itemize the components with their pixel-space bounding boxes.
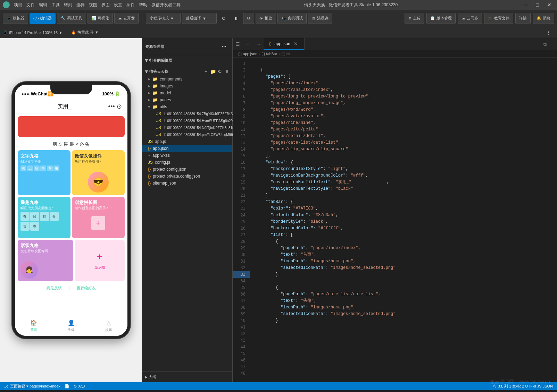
menu-help[interactable]: 帮助 bbox=[139, 2, 147, 8]
code-content[interactable]: { "pages": [ "pages/index/index", "pages… bbox=[250, 58, 557, 382]
folder-utils[interactable]: ▶ 📁 utils bbox=[142, 103, 232, 110]
breadcrumb-sep2: › bbox=[279, 52, 280, 56]
real-dev-btn[interactable]: 📲 真机调试 bbox=[277, 13, 307, 24]
maximize-btn[interactable]: □ bbox=[533, 2, 542, 8]
menu-edit[interactable]: 编辑 bbox=[39, 2, 47, 8]
tab-close-btn[interactable]: ✕ bbox=[293, 41, 299, 46]
split-editor-icon[interactable]: ⧉ bbox=[543, 41, 547, 47]
file-appjson[interactable]: {} app.json bbox=[142, 145, 232, 152]
new-folder-btn[interactable]: 📁 bbox=[210, 69, 216, 74]
close-btn[interactable]: ✕ bbox=[544, 2, 554, 8]
mode-dropdown[interactable]: 小程序模式 ▼ bbox=[146, 13, 181, 24]
preview-btn[interactable]: 👁 预览 bbox=[256, 13, 276, 24]
menu-file[interactable]: 文件 bbox=[26, 2, 35, 8]
grid-sub-5: 文艺青年发图专属 bbox=[20, 249, 48, 254]
cloud-btn[interactable]: ☁ 云开发 bbox=[114, 13, 139, 24]
menu-plugins[interactable]: 插件 bbox=[126, 2, 135, 8]
utils-file-2[interactable]: JS 1108100302.480839154.HvmSUEEASg8u2914… bbox=[142, 117, 232, 124]
edu-kit-btn[interactable]: 🎓 教育套件 bbox=[484, 13, 513, 24]
friend-text: 朋 友 圈 装 × 必 备 bbox=[15, 140, 127, 150]
toggle-sidebar-btn[interactable]: ☰ bbox=[233, 38, 243, 50]
outline-section[interactable]: ▶ 大纲 bbox=[142, 371, 232, 382]
version-btn[interactable]: 📋 版本管理 bbox=[426, 13, 456, 24]
compile-dropdown[interactable]: 普通编译 ▼ bbox=[182, 13, 217, 24]
clear-cache-btn[interactable]: 🗑 清缓存 bbox=[308, 13, 332, 24]
new-file-icon[interactable]: ⋯ bbox=[218, 41, 230, 52]
utils-file-4[interactable]: JS 1108100302.480839154.pmFLO5W84cqM998f… bbox=[142, 131, 232, 138]
visual-btn[interactable]: 📊 可视化 bbox=[88, 13, 113, 24]
refresh-folder-btn[interactable]: ↻ bbox=[217, 69, 223, 74]
pages-path: 页面路径 ▾ pages/index/index bbox=[10, 384, 60, 389]
grid-sub-4: 制作创意多图的高手！！ bbox=[75, 206, 113, 211]
feedback-link[interactable]: 意见反馈 bbox=[47, 286, 62, 291]
menu-project[interactable]: 项目 bbox=[14, 2, 22, 8]
detail-btn[interactable]: 详情 bbox=[515, 13, 531, 24]
menu-tools[interactable]: 工具 bbox=[51, 2, 60, 8]
menu-interface[interactable]: 界面 bbox=[101, 2, 110, 8]
tab-appjson[interactable]: {} app.json ✕ bbox=[264, 38, 305, 50]
tag-1: 说 bbox=[20, 165, 26, 171]
new-file-btn[interactable]: + bbox=[203, 69, 209, 74]
project-header[interactable]: ▶ 情头天天换 + 📁 ↻ ≡ bbox=[142, 67, 232, 76]
folder-model[interactable]: ▶ 📁 model bbox=[142, 90, 232, 96]
menu-view[interactable]: 视图 bbox=[89, 2, 97, 8]
menu-bar[interactable]: 项目 文件 编辑 工具 转到 选择 视图 界面 设置 插件 帮助 微信开发者工具 bbox=[3, 1, 181, 8]
debug-btn[interactable]: 🔧 调试工具 bbox=[57, 13, 86, 24]
recommend-link[interactable]: 推荐给好友 bbox=[77, 286, 96, 291]
more-editor-icon[interactable]: ⋯ bbox=[549, 41, 554, 47]
grid-item-changtu[interactable]: 创意拼长图 制作创意多图的高手！！ + bbox=[72, 197, 125, 238]
tabbar-avatar[interactable]: 👤 头像 bbox=[67, 319, 75, 332]
grid-item-add[interactable]: + 显示图 bbox=[75, 240, 125, 281]
file-projectprivate[interactable]: {} project.private.config.json bbox=[142, 173, 232, 180]
grid-item-xingzhuang[interactable]: 形状九格 文艺青年发图专属 👧 bbox=[18, 240, 73, 281]
phone-banner bbox=[18, 116, 125, 137]
menu-select[interactable]: 选择 bbox=[76, 2, 85, 8]
notify-btn[interactable]: 🔔 消息 bbox=[533, 13, 554, 24]
more-icon[interactable]: ••• ⊙ bbox=[108, 103, 122, 110]
file-projectconfig[interactable]: {} project.config.json bbox=[142, 166, 232, 173]
forward-nav-btn[interactable]: → bbox=[253, 38, 264, 50]
file-configjs[interactable]: JS config.js bbox=[142, 159, 232, 166]
grid-item-wenzi[interactable]: 文字九格 创意文字拼图 说 正 经 事 专 用 bbox=[18, 150, 70, 195]
upload-btn[interactable]: ⬆ 上传 bbox=[405, 13, 424, 24]
simulator-options-icon[interactable]: ⋮ bbox=[543, 27, 554, 38]
tag-4: 事 bbox=[40, 165, 46, 171]
file-panel-header: 资源管理器 ⋯ bbox=[142, 38, 232, 55]
collapse-all-btn[interactable]: ≡ bbox=[224, 69, 230, 74]
editor-btn[interactable]: </> 编辑器 bbox=[30, 13, 56, 24]
hotspot-btn[interactable]: 🔥 热重载 开 ▼ bbox=[71, 30, 99, 35]
tabbar-entertainment[interactable]: △ 娱乐 bbox=[105, 319, 113, 332]
file-sitemap[interactable]: {} sitemap.json bbox=[142, 180, 232, 187]
utils-file-3[interactable]: JS 1108100302.480839154.N0fTjfoKPZZl43d3… bbox=[142, 124, 232, 131]
components-label: components bbox=[160, 77, 182, 82]
breadcrumb-path[interactable]: ⎇ 页面路径 ▾ pages/index/index bbox=[4, 384, 60, 389]
cloud-sync-btn[interactable]: ☁ 云同步 bbox=[458, 13, 482, 24]
device-selector[interactable]: 📱 iPhone 14 Pro Max 100% 16 ▼ bbox=[3, 30, 63, 35]
file-appwxss[interactable]: ~ app.wxss bbox=[142, 152, 232, 159]
utils-file-1[interactable]: JS 1108100302.480839154.7BgYliX46PZ527b2… bbox=[142, 110, 232, 117]
debug-icon: 🔧 bbox=[61, 16, 66, 20]
opened-editors-header[interactable]: ▶ 打开的编辑器 bbox=[142, 57, 232, 65]
refresh-btn[interactable]: ↻ bbox=[218, 13, 229, 24]
code-area[interactable]: 12345 678910 1112131415 1617181920 21222… bbox=[233, 58, 557, 382]
folder-pages[interactable]: ▶ 📁 pages bbox=[142, 96, 232, 103]
simulator-btn[interactable]: 📱 模拟器 bbox=[3, 13, 28, 24]
stop-btn[interactable]: ⏸ bbox=[231, 13, 242, 24]
menu-settings[interactable]: 设置 bbox=[114, 2, 122, 8]
appjson-label: app.json bbox=[153, 146, 168, 151]
folder-components[interactable]: ▶ 📁 components bbox=[142, 76, 232, 83]
folder-images[interactable]: ▶ 📁 images bbox=[142, 83, 232, 90]
tabbar-home[interactable]: 🏠 首页 bbox=[30, 319, 38, 332]
menu-goto[interactable]: 转到 bbox=[64, 2, 72, 8]
edu-icon: 🎓 bbox=[488, 16, 493, 20]
grid-item-baoqujiu[interactable]: 爆趣九格 瞬间成为朋友圈焦点~ 有 的 都 合 含 睿 bbox=[18, 197, 70, 238]
window-controls[interactable]: ─ □ ✕ bbox=[522, 2, 554, 8]
phone-content: 朋 友 圈 装 × 必 备 文字九格 创意文字拼图 说 正 经 事 专 用 bbox=[15, 113, 127, 326]
back-nav-btn[interactable]: ← bbox=[243, 38, 253, 50]
menu-devtools[interactable]: 微信开发者工具 bbox=[151, 2, 181, 8]
grid-item-avatar[interactable]: 微信头像挂件 热门挂件免费用~ 😎 bbox=[72, 150, 125, 195]
file-appjs[interactable]: JS app.js bbox=[142, 138, 232, 145]
minimize-btn[interactable]: ─ bbox=[522, 2, 531, 8]
utils-file-3-label: 1108100302.480839154.N0fTjfoKPZZl43d31c4… bbox=[163, 126, 239, 130]
compile-btn[interactable]: ⚙ bbox=[243, 13, 254, 24]
